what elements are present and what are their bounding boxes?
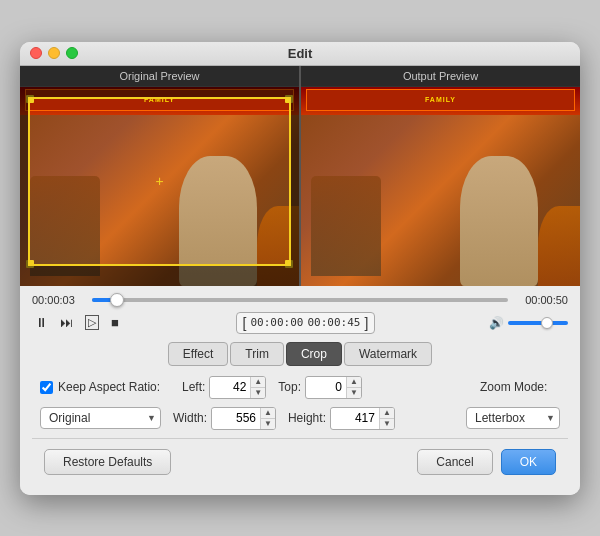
minimize-button[interactable] xyxy=(48,47,60,59)
timeline-start-time: 00:00:03 xyxy=(32,294,84,306)
playback-controls: ⏸ ⏭ ▷ ■ xyxy=(32,313,122,332)
top-increment[interactable]: ▲ xyxy=(347,377,361,388)
trim-end-time: 00:00:45 xyxy=(307,316,360,329)
top-field-group: Top: 0 ▲ ▼ xyxy=(278,376,362,399)
pause-icon: ⏸ xyxy=(35,315,48,330)
tab-effect[interactable]: Effect xyxy=(168,342,228,366)
height-input[interactable]: 417 xyxy=(331,409,379,427)
width-input[interactable]: 556 xyxy=(212,409,260,427)
titlebar: Edit xyxy=(20,42,580,66)
original-preview-label: Original Preview xyxy=(20,66,299,87)
volume-slider[interactable] xyxy=(508,321,568,325)
bottom-bar: Restore Defaults Cancel OK xyxy=(32,438,568,487)
restore-defaults-button[interactable]: Restore Defaults xyxy=(44,449,171,475)
frame-icon: ▷ xyxy=(85,315,99,330)
keep-aspect-label: Keep Aspect Ratio: xyxy=(40,380,170,394)
height-decrement[interactable]: ▼ xyxy=(380,419,394,429)
tab-crop[interactable]: Crop xyxy=(286,342,342,366)
tab-watermark[interactable]: Watermark xyxy=(344,342,432,366)
width-increment[interactable]: ▲ xyxy=(261,408,275,419)
height-label: Height: xyxy=(288,411,326,425)
bracket-open: [ xyxy=(243,315,247,331)
crop-form: Keep Aspect Ratio: Left: 42 ▲ ▼ Top: xyxy=(32,376,568,430)
original-select-wrap: Original Widescreen 16:9 Fullscreen 4:3 … xyxy=(40,407,161,429)
top-input-wrap: 0 ▲ ▼ xyxy=(305,376,362,399)
output-preview-image: FAMILY xyxy=(301,87,580,286)
preview-area: Original Preview FAMILY + xyxy=(20,66,580,286)
controls-area: 00:00:03 00:00:50 ⏸ ⏭ ▷ ■ xyxy=(20,286,580,495)
output-preview-label: Output Preview xyxy=(301,66,580,87)
left-input-wrap: 42 ▲ ▼ xyxy=(209,376,266,399)
volume-section: 🔊 xyxy=(489,316,568,330)
frame-advance-button[interactable]: ▷ xyxy=(82,313,102,332)
cancel-button[interactable]: Cancel xyxy=(417,449,492,475)
window-title: Edit xyxy=(288,46,313,61)
timeline-track[interactable] xyxy=(92,298,508,302)
playback-row: ⏸ ⏭ ▷ ■ [ 00:00:00 00:00:45 ] 🔊 xyxy=(32,312,568,334)
step-forward-button[interactable]: ⏭ xyxy=(57,313,76,332)
tabs-row: Effect Trim Crop Watermark xyxy=(32,342,568,366)
bracket-close: ] xyxy=(364,315,368,331)
left-stepper: ▲ ▼ xyxy=(250,377,265,398)
volume-thumb[interactable] xyxy=(541,317,553,329)
crop-row-1: Keep Aspect Ratio: Left: 42 ▲ ▼ Top: xyxy=(40,376,560,399)
height-field-group: Height: 417 ▲ ▼ xyxy=(288,407,395,430)
left-decrement[interactable]: ▼ xyxy=(251,388,265,398)
original-select[interactable]: Original Widescreen 16:9 Fullscreen 4:3 … xyxy=(40,407,161,429)
timeline-thumb[interactable] xyxy=(110,293,124,307)
height-input-wrap: 417 ▲ ▼ xyxy=(330,407,395,430)
trim-section: [ 00:00:00 00:00:45 ] xyxy=(236,312,376,334)
width-label: Width: xyxy=(173,411,207,425)
width-decrement[interactable]: ▼ xyxy=(261,419,275,429)
left-input[interactable]: 42 xyxy=(210,378,250,396)
volume-icon: 🔊 xyxy=(489,316,504,330)
main-window: Edit Original Preview FAMILY xyxy=(20,42,580,495)
ok-button[interactable]: OK xyxy=(501,449,556,475)
close-button[interactable] xyxy=(30,47,42,59)
keep-aspect-checkbox[interactable] xyxy=(40,381,53,394)
timeline-row: 00:00:03 00:00:50 xyxy=(32,294,568,306)
width-stepper: ▲ ▼ xyxy=(260,408,275,429)
left-field-group: Left: 42 ▲ ▼ xyxy=(182,376,266,399)
trim-start-time: 00:00:00 xyxy=(250,316,303,329)
timeline-end-time: 00:00:50 xyxy=(516,294,568,306)
width-field-group: Width: 556 ▲ ▼ xyxy=(173,407,276,430)
step-forward-icon: ⏭ xyxy=(60,315,73,330)
output-preview-pane: Output Preview FAMILY xyxy=(301,66,580,286)
top-stepper: ▲ ▼ xyxy=(346,377,361,398)
tab-trim[interactable]: Trim xyxy=(230,342,284,366)
pause-button[interactable]: ⏸ xyxy=(32,313,51,332)
left-increment[interactable]: ▲ xyxy=(251,377,265,388)
left-label: Left: xyxy=(182,380,205,394)
top-label: Top: xyxy=(278,380,301,394)
original-preview-image: FAMILY + xyxy=(20,87,299,286)
letterbox-select-wrap: Letterbox Pan & Scan Fill Stretch ▼ xyxy=(466,407,560,429)
crop-row-2: Original Widescreen 16:9 Fullscreen 4:3 … xyxy=(40,407,560,430)
zoom-mode-label: Zoom Mode: xyxy=(480,380,560,394)
original-preview-pane: Original Preview FAMILY + xyxy=(20,66,299,286)
traffic-lights xyxy=(30,47,78,59)
height-stepper: ▲ ▼ xyxy=(379,408,394,429)
confirm-buttons: Cancel OK xyxy=(417,449,556,475)
width-input-wrap: 556 ▲ ▼ xyxy=(211,407,276,430)
top-input[interactable]: 0 xyxy=(306,378,346,396)
maximize-button[interactable] xyxy=(66,47,78,59)
stop-icon: ■ xyxy=(111,315,119,330)
stop-button[interactable]: ■ xyxy=(108,313,122,332)
height-increment[interactable]: ▲ xyxy=(380,408,394,419)
top-decrement[interactable]: ▼ xyxy=(347,388,361,398)
letterbox-select[interactable]: Letterbox Pan & Scan Fill Stretch xyxy=(466,407,560,429)
